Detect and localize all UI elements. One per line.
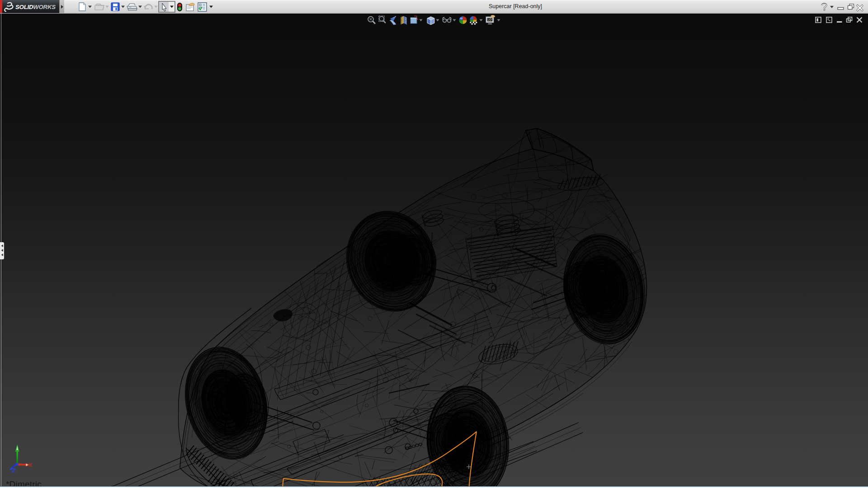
svg-text:SOLIDWORKS: SOLIDWORKS: [15, 4, 56, 10]
